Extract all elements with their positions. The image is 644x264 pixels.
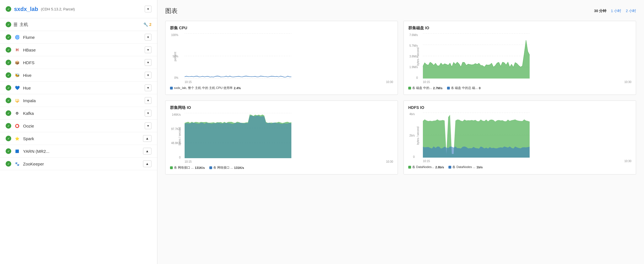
- service-status-impala: ✓: [6, 98, 11, 103]
- hosts-list-icon: ☰: [13, 22, 17, 27]
- service-dropdown-spark[interactable]: ▲: [143, 135, 151, 142]
- service-status-zookeeper: ✓: [6, 161, 11, 167]
- legend-color-cluster-network-io-1: [209, 166, 212, 169]
- service-status-hbase: ✓: [6, 47, 11, 53]
- legend-item-cluster-cpu-0: sxdx_lab, 整个 主机 中的 主机 CPU 使用率 2.4%: [170, 86, 241, 90]
- chart-y-area-cluster-disk-io: bytes / second 7.6M/s5.7M/s3.8M/s1.9M/s0: [423, 33, 631, 79]
- time-controls: 30 分钟 1 小时 2 小时: [594, 8, 636, 14]
- chart-x-labels-hdfs-io: 10:1510:30: [423, 159, 631, 163]
- service-item-left-yarn: ✓ 🟦 YARN (MR2...: [6, 148, 49, 154]
- y-tick: 7.6M/s: [409, 33, 418, 37]
- services-list: ✓ 🌀 Flume ▾ ✓ H HBase ▾ ✓ 📦 HDFS ▾ ✓ 🐝 H…: [0, 31, 157, 170]
- wrench-icon: 🔧: [143, 22, 148, 27]
- chart-y-label-hdfs-io: bytes / second: [416, 126, 419, 144]
- legend-item-cluster-network-io-1: 各 网络接口 ... 131K/s: [209, 165, 244, 170]
- main-content: 图表 30 分钟 1 小时 2 小时 群集 CPU percent 100%50…: [157, 0, 644, 264]
- y-tick: 0%: [174, 76, 178, 79]
- service-item-spark[interactable]: ✓ ⭐ Spark ▲: [0, 132, 157, 145]
- service-dropdown-zookeeper[interactable]: ▲: [143, 160, 151, 167]
- service-dropdown-hue[interactable]: ▾: [145, 84, 151, 91]
- service-icon-kafka: ⚙: [14, 110, 20, 116]
- chart-title-cluster-cpu: 群集 CPU: [170, 26, 393, 31]
- legend-label-cluster-cpu-0: sxdx_lab, 整个 主机 中的 主机 CPU 使用率: [174, 86, 233, 90]
- service-item-zookeeper[interactable]: ✓ 🐾 ZooKeeper ▲: [0, 158, 157, 170]
- service-icon-hbase: H: [14, 47, 20, 53]
- chart-legend-cluster-disk-io: 各 磁盘 中的... 2.7M/s 各 磁盘 中的总 磁... 0: [408, 86, 631, 90]
- chart-svg-hdfs-io: [423, 113, 631, 158]
- service-item-left-flume: ✓ 🌀 Flume: [6, 34, 35, 40]
- legend-value-hdfs-io-1: 1b/s: [477, 165, 483, 169]
- x-tick: 10:30: [386, 160, 393, 163]
- service-icon-oozie: ⭕: [14, 123, 20, 129]
- service-item-kafka[interactable]: ✓ ⚙ Kafka ▾: [0, 107, 157, 120]
- service-item-left-oozie: ✓ ⭕ Oozie: [6, 123, 34, 129]
- service-dropdown-yarn[interactable]: ▲: [143, 148, 151, 155]
- service-name-yarn: YARN (MR2...: [23, 149, 49, 154]
- service-name-flume: Flume: [23, 35, 35, 40]
- chart-container-cluster-cpu: percent 100%50%0%: [185, 33, 393, 79]
- service-item-left-hive: ✓ 🐝 Hive: [6, 72, 31, 78]
- time-current[interactable]: 30 分钟: [594, 8, 606, 14]
- service-item-oozie[interactable]: ✓ ⭕ Oozie ▾: [0, 120, 157, 132]
- hosts-section-left: ✓ ☰ 主机: [6, 22, 28, 27]
- cluster-header: ✓ sxdx_lab (CDH 5.13.2, Parcel) ▾: [0, 0, 157, 18]
- service-item-hdfs[interactable]: ✓ 📦 HDFS ▾: [0, 56, 157, 69]
- service-dropdown-oozie[interactable]: ▾: [145, 122, 151, 129]
- service-dropdown-hbase[interactable]: ▾: [145, 46, 151, 53]
- legend-color-cluster-disk-io-0: [408, 87, 411, 90]
- legend-color-cluster-disk-io-1: [447, 87, 450, 90]
- time-1hour[interactable]: 1 小时: [611, 8, 621, 14]
- service-dropdown-hdfs[interactable]: ▾: [145, 59, 151, 66]
- service-item-hbase[interactable]: ✓ H HBase ▾: [0, 44, 157, 56]
- legend-value-cluster-cpu-0: 2.4%: [234, 86, 241, 90]
- service-item-left-hbase: ✓ H HBase: [6, 47, 36, 53]
- chart-container-hdfs-io: bytes / second 4b/s2b/s0: [423, 113, 631, 158]
- service-item-hue[interactable]: ✓ 💙 Hue ▾: [0, 82, 157, 94]
- y-tick: 0: [413, 155, 415, 158]
- chart-svg-cluster-network-io: [185, 113, 393, 159]
- service-item-yarn[interactable]: ✓ 🟦 YARN (MR2... ▲: [0, 145, 157, 158]
- chart-y-area-hdfs-io: bytes / second 4b/s2b/s0: [423, 113, 631, 158]
- legend-item-hdfs-io-1: 各 DataNodes ... 1b/s: [448, 165, 482, 169]
- chart-legend-hdfs-io: 各 DataNodes... 2.8b/s 各 DataNodes ... 1b…: [408, 165, 631, 169]
- service-item-hive[interactable]: ✓ 🐝 Hive ▾: [0, 69, 157, 82]
- legend-value-cluster-network-io-1: 131K/s: [234, 166, 244, 169]
- main-header: 图表 30 分钟 1 小时 2 小时: [165, 7, 636, 15]
- service-status-hue: ✓: [6, 85, 11, 91]
- hosts-section-title[interactable]: 主机: [20, 22, 28, 27]
- legend-label-hdfs-io-1: 各 DataNodes ...: [452, 165, 475, 169]
- cluster-name[interactable]: sxdx_lab: [14, 6, 38, 12]
- service-status-oozie: ✓: [6, 123, 11, 129]
- y-tick: 2b/s: [409, 134, 415, 137]
- legend-item-cluster-disk-io-0: 各 磁盘 中的... 2.7M/s: [408, 86, 443, 90]
- service-dropdown-flume[interactable]: ▾: [145, 34, 151, 41]
- service-dropdown-hive[interactable]: ▾: [145, 72, 151, 79]
- cluster-dropdown-button[interactable]: ▾: [145, 6, 151, 12]
- service-icon-yarn: 🟦: [14, 148, 20, 154]
- chart-x-labels-cluster-network-io: 10:1510:30: [185, 160, 393, 163]
- chart-legend-cluster-network-io: 各 网络接口 ... 131K/s 各 网络接口 ... 131K/s: [170, 165, 393, 170]
- service-item-flume[interactable]: ✓ 🌀 Flume ▾: [0, 31, 157, 44]
- cluster-meta: (CDH 5.13.2, Parcel): [41, 7, 75, 11]
- service-item-left-kafka: ✓ ⚙ Kafka: [6, 110, 34, 116]
- service-icon-spark: ⭐: [14, 135, 20, 142]
- chart-container-cluster-network-io: bytes / second 146K/s97.7K/s48.8K/s0: [185, 113, 393, 159]
- legend-item-hdfs-io-0: 各 DataNodes... 2.8b/s: [408, 165, 444, 169]
- service-status-yarn: ✓: [6, 148, 11, 154]
- service-dropdown-kafka[interactable]: ▾: [145, 110, 151, 117]
- service-item-impala[interactable]: ✓ 🔱 Impala ▾: [0, 94, 157, 107]
- legend-label-hdfs-io-0: 各 DataNodes...: [412, 165, 434, 169]
- y-tick: 146K/s: [172, 113, 181, 116]
- legend-value-cluster-disk-io-0: 2.7M/s: [433, 86, 443, 90]
- service-icon-impala: 🔱: [14, 97, 20, 104]
- y-tick: 48.8K/s: [171, 142, 181, 145]
- x-tick: 10:15: [185, 160, 192, 163]
- hosts-section-header: ✓ ☰ 主机 🔧 2: [0, 18, 157, 31]
- time-2hour[interactable]: 2 小时: [626, 8, 636, 14]
- y-ticks-cluster-disk-io: 7.6M/s5.7M/s3.8M/s1.9M/s0: [409, 33, 418, 79]
- service-name-spark: Spark: [23, 136, 34, 141]
- x-tick: 10:30: [624, 160, 631, 163]
- service-dropdown-impala[interactable]: ▾: [145, 97, 151, 104]
- x-tick: 10:15: [423, 80, 430, 84]
- service-status-hdfs: ✓: [6, 60, 11, 65]
